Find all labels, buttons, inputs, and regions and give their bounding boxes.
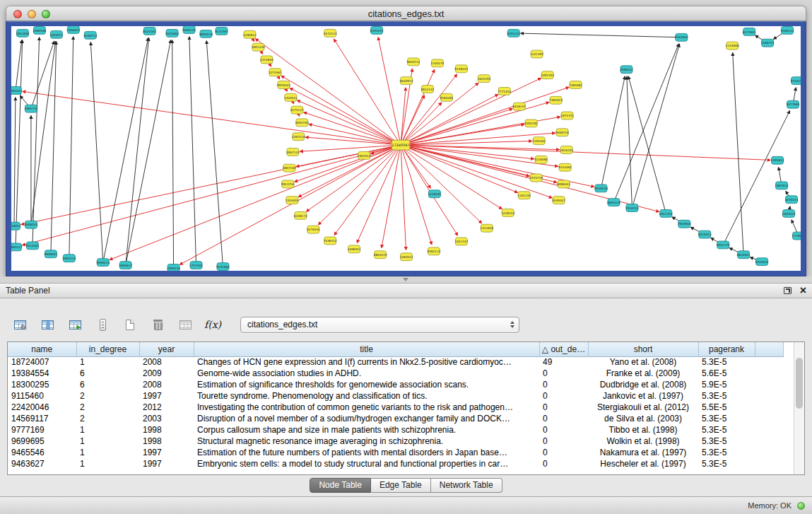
graph-node[interactable]: 1154808 [726, 42, 739, 49]
table-cell[interactable]: Corpus callosum shape and size in male p… [194, 424, 539, 436]
table-cell[interactable]: 0 [539, 447, 588, 458]
graph-node[interactable]: 9131662 [216, 263, 230, 271]
table-cell[interactable]: Yano et al. (2008) [588, 356, 698, 368]
graph-node[interactable]: 1853071 [50, 30, 64, 38]
table-cell[interactable]: Estimation of significance thresholds fo… [194, 379, 539, 390]
splitter-grip-icon[interactable] [403, 278, 408, 281]
graph-edge[interactable] [33, 37, 40, 246]
show-columns-button[interactable] [37, 314, 57, 335]
graph-node[interactable]: 1946312 [620, 66, 633, 74]
graph-node[interactable]: 2670154 [785, 196, 799, 204]
table-cell[interactable]: Hescheler et al. (1997) [588, 458, 698, 469]
citation-network-graph[interactable]: 1724004722806122601240221583412755619978… [11, 26, 801, 271]
table-cell[interactable]: 5.3E-5 [698, 413, 755, 424]
graph-edge[interactable] [180, 145, 401, 264]
table-cell[interactable]: Disruption of a novel member of a sodium… [194, 413, 539, 424]
table-cell[interactable]: 5.5E-5 [698, 402, 755, 413]
graph-node[interactable]: 9346112 [781, 26, 794, 34]
table-cell[interactable]: 1 [76, 424, 139, 436]
graph-edge[interactable] [189, 37, 196, 265]
graph-edge[interactable] [401, 74, 457, 145]
table-cell[interactable]: 9777169 [8, 424, 76, 436]
graph-node[interactable]: 9840712 [407, 58, 420, 66]
graph-node[interactable]: 7771452 [498, 88, 511, 95]
graph-edge[interactable] [627, 76, 632, 208]
table-cell[interactable]: 5.3E-5 [698, 424, 755, 436]
table-cell[interactable]: Dudbridge et al. (2008) [588, 379, 698, 390]
table-cell[interactable]: 0 [539, 368, 588, 379]
table-cell[interactable]: Estimation of the future numbers of pati… [194, 447, 539, 458]
table-cell[interactable]: 0 [539, 402, 588, 413]
table-cell[interactable]: Franke et al. (2009) [588, 368, 698, 379]
table-cell[interactable]: Stergiakouli et al. (2012) [588, 402, 698, 413]
column-header-short[interactable]: short [588, 342, 698, 356]
table-cell[interactable]: 1997 [139, 447, 194, 458]
graph-node[interactable]: 8096541 [557, 180, 570, 188]
table-cell[interactable]: 18300295 [8, 379, 76, 390]
table-cell[interactable]: 49 [539, 356, 588, 368]
graph-node[interactable]: 9733241 [791, 77, 801, 85]
graph-node[interactable]: 3216085 [534, 156, 548, 163]
graph-node[interactable]: 1074719 [529, 174, 543, 182]
graph-node[interactable]: 5905113 [63, 255, 76, 262]
graph-node[interactable]: 2387210 [292, 133, 305, 141]
scrollbar-thumb[interactable] [796, 358, 803, 409]
tab-node-table[interactable]: Node Table [310, 478, 371, 493]
table-cell[interactable]: 5.3E-5 [698, 356, 755, 368]
graph-edge[interactable] [298, 145, 401, 197]
table-cell[interactable]: Nakamura et al. (1997) [588, 447, 698, 458]
graph-edge[interactable] [206, 41, 223, 267]
table-cell[interactable]: 6 [76, 368, 139, 379]
table-cell[interactable]: 0 [539, 390, 588, 402]
graph-node[interactable]: 5905617 [119, 262, 132, 269]
table-mode-button[interactable]: ⚙ [10, 314, 30, 335]
graph-node[interactable]: 2526051 [11, 222, 21, 230]
graph-node[interactable]: 17240047 [392, 140, 410, 150]
graph-edge[interactable] [90, 42, 102, 262]
graph-edge[interactable] [103, 38, 148, 263]
graph-node[interactable]: 2280612 [243, 30, 257, 38]
graph-edge[interactable] [733, 53, 743, 255]
graph-node[interactable]: 8624501 [737, 251, 751, 259]
table-cell[interactable]: 2 [76, 413, 139, 424]
graph-node[interactable]: 2065772 [25, 105, 38, 112]
graph-edge[interactable] [255, 39, 401, 145]
graph-node[interactable]: 7919721 [625, 204, 639, 212]
table-cell[interactable]: Wolkin et al. (1998) [588, 436, 698, 447]
column-header-title[interactable]: title [194, 342, 539, 356]
column-header-in_degree[interactable]: in_degree [76, 342, 139, 356]
graph-node[interactable]: 9343502 [675, 33, 688, 41]
attribute-batch-button[interactable] [93, 314, 112, 335]
graph-edge[interactable] [69, 37, 73, 258]
graph-node[interactable]: 6640913 [400, 77, 413, 85]
graph-edge[interactable] [23, 91, 401, 145]
table-cell[interactable]: 5.3E-5 [698, 390, 755, 402]
table-cell[interactable]: 0 [539, 413, 588, 424]
table-row[interactable]: 1830029562008Estimation of significance … [8, 379, 783, 390]
graph-node[interactable]: 1004782 [524, 119, 538, 127]
graph-node[interactable]: 1993127 [11, 243, 23, 251]
close-panel-icon[interactable]: × [800, 286, 806, 296]
table-cell[interactable]: 1 [76, 458, 139, 469]
table-row[interactable]: 1872400712008Changes of HCN gene express… [8, 356, 783, 368]
graph-node[interactable]: 2065341 [11, 87, 23, 95]
graph-node[interactable]: 9154482 [558, 163, 572, 171]
table-cell[interactable]: 0 [539, 458, 588, 469]
table-cell[interactable]: Changes of HCN gene expression and I(f) … [194, 356, 539, 368]
table-cell[interactable]: 1 [76, 356, 139, 368]
graph-node[interactable]: 9590214 [96, 259, 110, 267]
tab-edge-table[interactable]: Edge Table [371, 478, 431, 493]
graph-node[interactable]: 1411826 [480, 224, 493, 232]
graph-edge[interactable] [126, 40, 171, 266]
table-cell[interactable]: 2003 [139, 413, 194, 424]
table-cell[interactable]: 2009 [139, 368, 194, 379]
graph-node[interactable]: 8316412 [698, 230, 712, 238]
graph-node[interactable]: 6917234 [659, 210, 673, 218]
table-cell[interactable]: 22420046 [8, 402, 76, 413]
table-row[interactable]: 1938455462009Genome-wide association stu… [8, 368, 783, 379]
table-cell[interactable]: 5.3E-5 [698, 436, 755, 447]
graph-node[interactable]: 2606023 [25, 221, 38, 228]
table-row[interactable]: 977716911998Corpus callosum shape and si… [8, 424, 783, 436]
graph-node[interactable]: 1001023 [782, 210, 796, 218]
graph-node[interactable]: 8191121 [507, 29, 520, 37]
